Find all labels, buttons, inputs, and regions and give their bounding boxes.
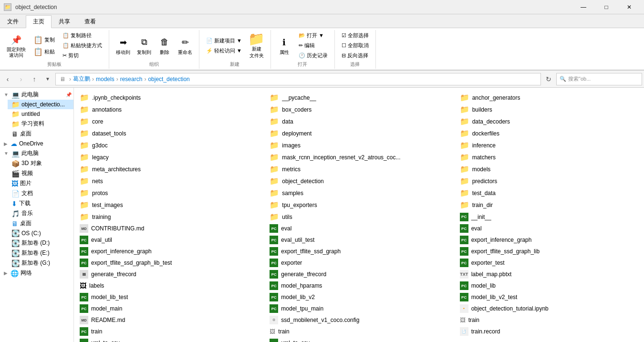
list-item[interactable]: 📁 test_data bbox=[454, 187, 644, 199]
list-item[interactable]: 📁 mask_rcnn_inception_resnet_v2_atrous_c… bbox=[264, 151, 454, 163]
list-item[interactable]: 🖼 generate_tfrecord bbox=[74, 269, 264, 280]
list-item[interactable]: PC model_lib bbox=[454, 280, 644, 291]
list-item[interactable]: PC model_main bbox=[74, 303, 264, 314]
list-item[interactable]: 📄 train.record bbox=[454, 326, 644, 337]
list-item[interactable]: PC xml_to_csv bbox=[264, 337, 454, 342]
list-item[interactable]: 📁 legacy bbox=[74, 151, 264, 163]
tab-file[interactable]: 文件 bbox=[0, 15, 26, 28]
up-button[interactable]: ↑ bbox=[29, 73, 40, 85]
list-item[interactable]: PC __init__ bbox=[454, 211, 644, 223]
nav-item-research[interactable]: research bbox=[120, 76, 143, 83]
sidebar-item-3d[interactable]: 📦 3D 对象 bbox=[8, 158, 73, 168]
list-item[interactable]: 📁 metrics bbox=[264, 163, 454, 175]
list-item[interactable]: PC export_inference_graph bbox=[454, 234, 644, 246]
tab-share[interactable]: 共享 bbox=[52, 15, 77, 28]
list-item[interactable]: 🖼 train bbox=[454, 314, 644, 326]
list-item[interactable]: 🖼 labels bbox=[74, 280, 264, 291]
list-item[interactable]: 📁 matchers bbox=[454, 151, 644, 163]
list-item[interactable]: 📁 meta_architectures bbox=[74, 163, 264, 175]
close-button[interactable]: ✕ bbox=[618, 0, 640, 14]
list-item[interactable]: PC export_tflite_ssd_graph_lib bbox=[454, 246, 644, 257]
list-item[interactable]: 📁 data bbox=[264, 115, 454, 127]
list-item[interactable]: MD CONTRIBUTING.md bbox=[74, 223, 264, 234]
list-item[interactable]: 📁 test_images bbox=[74, 199, 264, 211]
list-item[interactable]: 📁 dockerfiles bbox=[454, 127, 644, 139]
list-item[interactable]: 📁 deployment bbox=[264, 127, 454, 139]
list-item[interactable]: PC model_lib_v2 bbox=[264, 291, 454, 303]
refresh-button[interactable]: ↻ bbox=[543, 73, 554, 85]
copy-path-button[interactable]: 📋 复制路径 bbox=[60, 31, 105, 40]
sidebar-item-desktop2[interactable]: 🖥 桌面 bbox=[8, 218, 73, 228]
move-to-button[interactable]: ➡ 移动到 bbox=[113, 35, 133, 57]
list-item[interactable]: ⚙ ssd_mobilenet_v1_coco.config bbox=[264, 314, 454, 326]
sidebar-item-d[interactable]: 💽 新加卷 (D:) bbox=[8, 238, 73, 248]
list-item[interactable]: 📁 train_dir bbox=[454, 199, 644, 211]
list-item[interactable]: 📁 annotations bbox=[74, 104, 264, 115]
paste-button[interactable]: 📋 粘贴 bbox=[31, 46, 58, 57]
minimize-button[interactable]: — bbox=[572, 0, 594, 14]
list-item[interactable]: 📁 object_detection bbox=[264, 175, 454, 187]
new-item-button[interactable]: 📄 新建项目 ▼ bbox=[203, 36, 245, 45]
list-item[interactable]: 📁 builders bbox=[454, 104, 644, 115]
list-item[interactable]: MD README.md bbox=[74, 314, 264, 326]
cut-button[interactable]: ✂ 剪切 bbox=[60, 51, 105, 60]
sidebar-item-video[interactable]: 🎬 视频 bbox=[8, 168, 73, 178]
list-item[interactable]: PC exporter bbox=[264, 257, 454, 269]
list-item[interactable]: 📁 images bbox=[264, 139, 454, 151]
nav-item-objectdetection[interactable]: object_detection bbox=[148, 76, 189, 83]
sidebar-item-thispc-top[interactable]: ▼ 💻 此电脑 📌 bbox=[0, 90, 73, 100]
select-all-button[interactable]: ☑ 全部选择 bbox=[339, 31, 372, 40]
open-button[interactable]: 📂 打开 ▼ bbox=[296, 31, 331, 40]
list-item[interactable]: 📁 samples bbox=[264, 187, 454, 199]
history-button[interactable]: 🕐 历史记录 bbox=[296, 51, 331, 60]
properties-button[interactable]: ℹ 属性 bbox=[275, 35, 294, 57]
list-item[interactable]: PC generate_tfrecord bbox=[264, 269, 454, 280]
list-item[interactable]: PC model_hparams bbox=[264, 280, 454, 291]
recent-button[interactable]: ▼ bbox=[42, 73, 53, 85]
list-item[interactable]: 📁 protos bbox=[74, 187, 264, 199]
list-item[interactable]: PC export_tflite_ssd_graph_lib_test bbox=[74, 257, 264, 269]
list-item[interactable]: PC xml_to_csv bbox=[74, 337, 264, 342]
nav-path[interactable]: 🖥 › 葛立鹏 › models › research › object_det… bbox=[55, 73, 541, 85]
list-item[interactable]: 📁 dataset_tools bbox=[74, 127, 264, 139]
list-item[interactable]: TXT label_map.pbtxt bbox=[454, 269, 644, 280]
rename-button[interactable]: ✏ 重命名 bbox=[175, 35, 195, 57]
paste-shortcut-button[interactable]: 📋 粘贴快捷方式 bbox=[60, 41, 105, 50]
pin-button[interactable]: 📌 固定到快速访问 bbox=[4, 32, 29, 59]
list-item[interactable]: 📁 models bbox=[454, 163, 644, 175]
list-item[interactable]: 📁 .ipynb_checkpoints bbox=[74, 92, 264, 104]
list-item[interactable]: 📁 box_coders bbox=[264, 104, 454, 115]
search-box[interactable]: 🔍 搜索"ob... bbox=[556, 73, 642, 85]
list-item[interactable]: 📁 inference bbox=[454, 139, 644, 151]
sidebar-item-thispc[interactable]: ▼ 💻 此电脑 bbox=[0, 148, 73, 158]
sidebar-item-c[interactable]: 💽 OS (C:) bbox=[8, 228, 73, 238]
sidebar-item-music[interactable]: 🎵 音乐 bbox=[8, 208, 73, 218]
list-item[interactable]: 📁 tpu_exporters bbox=[264, 199, 454, 211]
new-folder-button[interactable]: 📁 新建文件夹 bbox=[247, 31, 267, 60]
maximize-button[interactable]: □ bbox=[595, 0, 617, 14]
sidebar-item-desktop1[interactable]: 🖥 桌面 bbox=[8, 129, 73, 139]
copy-button[interactable]: 📋 复制 bbox=[31, 34, 58, 45]
list-item[interactable]: 📁 __pycache__ bbox=[264, 92, 454, 104]
sidebar-item-e[interactable]: 💽 新加卷 (E:) bbox=[8, 248, 73, 258]
nav-item-gelpeng[interactable]: 葛立鹏 bbox=[73, 75, 90, 83]
select-none-button[interactable]: ☐ 全部取消 bbox=[339, 41, 372, 50]
list-item[interactable]: 📁 nets bbox=[74, 175, 264, 187]
sidebar-item-objectdetection[interactable]: 📁 object_detectio... bbox=[8, 100, 73, 109]
list-item[interactable]: 📁 data_decoders bbox=[454, 115, 644, 127]
back-button[interactable]: ‹ bbox=[2, 73, 13, 85]
edit-button[interactable]: ✏ 编辑 bbox=[296, 41, 331, 50]
invert-selection-button[interactable]: ⊟ 反向选择 bbox=[339, 51, 372, 60]
list-item[interactable]: 📁 anchor_generators bbox=[454, 92, 644, 104]
sidebar-item-network[interactable]: ▶ 🌐 网络 bbox=[0, 268, 73, 278]
copy-to-button[interactable]: ⧉ 复制到 bbox=[134, 35, 154, 57]
forward-button[interactable]: › bbox=[15, 73, 27, 85]
sidebar-item-untitled[interactable]: 📁 untitled bbox=[8, 109, 73, 119]
sidebar-item-docs[interactable]: 📄 文档 bbox=[8, 188, 73, 198]
list-item[interactable]: PC eval_util_test bbox=[264, 234, 454, 246]
sidebar-item-downloads[interactable]: ⬇ 下载 bbox=[8, 198, 73, 208]
tab-view[interactable]: 查看 bbox=[77, 15, 103, 28]
list-item[interactable]: PC model_lib_v2_test bbox=[454, 291, 644, 303]
list-item[interactable]: PC model_lib_test bbox=[74, 291, 264, 303]
list-item[interactable]: 📁 training bbox=[74, 211, 264, 223]
